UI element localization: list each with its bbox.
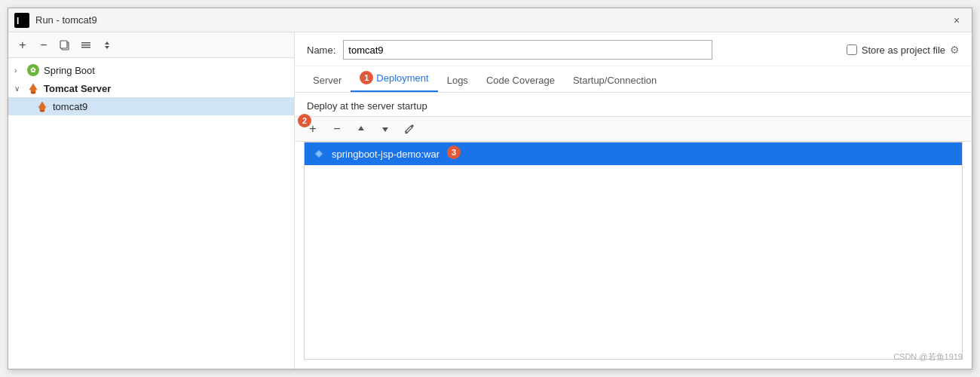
deployment-tab-badge: 1: [360, 71, 373, 84]
deploy-edit-button[interactable]: [400, 120, 418, 138]
tab-code-coverage[interactable]: Code Coverage: [477, 69, 564, 92]
svg-marker-7: [29, 84, 37, 93]
main-content: + −: [8, 32, 972, 369]
tomcat9-icon: [35, 100, 49, 113]
sort-config-button[interactable]: [97, 35, 117, 55]
add-config-button[interactable]: +: [13, 35, 32, 55]
app-icon: I: [14, 13, 29, 28]
svg-point-8: [31, 92, 35, 94]
deploy-item-springboot-war[interactable]: springboot-jsp-demo:war 3: [305, 143, 962, 165]
window-title: Run - tomcat9: [35, 14, 948, 26]
deploy-toolbar: 2 + −: [295, 116, 972, 142]
deployment-tab-content: Deploy at the server startup 2 + −: [295, 93, 972, 369]
remove-config-button[interactable]: −: [34, 35, 54, 55]
deploy-list: springboot-jsp-demo:war 3: [304, 142, 963, 360]
spring-boot-label: Spring Boot: [44, 65, 95, 76]
config-tree: › ✿ Spring Boot ∨: [8, 58, 294, 369]
spring-boot-toggle[interactable]: ›: [14, 66, 26, 75]
svg-rect-5: [81, 44, 90, 46]
deploy-toolbar-badge: 2: [298, 114, 311, 127]
deploy-toolbar-badge-wrap: 2 +: [304, 120, 322, 138]
spring-boot-icon: ✿: [26, 63, 40, 77]
deploy-header: Deploy at the server startup: [295, 93, 972, 116]
tab-server[interactable]: Server: [304, 69, 351, 92]
tree-item-spring-boot[interactable]: › ✿ Spring Boot: [8, 61, 294, 79]
tomcat-server-label: Tomcat Server: [44, 83, 111, 94]
close-button[interactable]: ×: [948, 11, 966, 29]
deploy-remove-button[interactable]: −: [328, 120, 346, 138]
left-toolbar: + −: [8, 32, 294, 58]
right-panel: Name: Store as project file ⚙ Server 1De…: [295, 32, 972, 369]
name-row: Name: Store as project file ⚙: [295, 32, 972, 66]
deploy-item-badge: 3: [447, 147, 464, 161]
store-project-row: Store as project file ⚙: [847, 44, 960, 56]
left-panel: + −: [8, 32, 295, 369]
tabs-bar: Server 1Deployment Logs Code Coverage St…: [295, 66, 972, 93]
move-config-button[interactable]: [76, 35, 96, 55]
tree-item-tomcat-server[interactable]: ∨ Tomcat Server: [8, 79, 294, 97]
deploy-up-button[interactable]: [352, 120, 370, 138]
deploy-item-icon: [312, 147, 326, 161]
store-project-label: Store as project file: [862, 44, 945, 56]
tree-item-tomcat9[interactable]: tomcat9: [8, 97, 294, 115]
svg-text:I: I: [17, 16, 19, 26]
main-window: I Run - tomcat9 × + −: [8, 8, 972, 369]
svg-rect-3: [60, 41, 67, 48]
name-label: Name:: [307, 44, 335, 56]
deploy-down-button[interactable]: [376, 120, 394, 138]
deploy-item-label: springboot-jsp-demo:war: [332, 149, 439, 160]
svg-marker-9: [38, 102, 46, 111]
title-bar: I Run - tomcat9 ×: [8, 8, 972, 32]
store-project-checkbox[interactable]: [847, 44, 857, 55]
tomcat-server-icon: [26, 81, 40, 95]
tomcat-server-toggle[interactable]: ∨: [14, 84, 26, 93]
tab-logs[interactable]: Logs: [438, 69, 477, 92]
tab-startup-connection[interactable]: Startup/Connection: [564, 69, 666, 92]
watermark: CSDN @若鱼1919: [893, 351, 963, 363]
tomcat9-label: tomcat9: [53, 101, 87, 112]
svg-rect-6: [81, 47, 90, 48]
gear-icon[interactable]: ⚙: [950, 44, 960, 56]
copy-config-button[interactable]: [55, 35, 75, 55]
svg-point-10: [40, 110, 44, 112]
name-input[interactable]: [343, 40, 712, 60]
svg-rect-4: [81, 42, 90, 44]
tab-deployment[interactable]: 1Deployment: [351, 66, 437, 92]
